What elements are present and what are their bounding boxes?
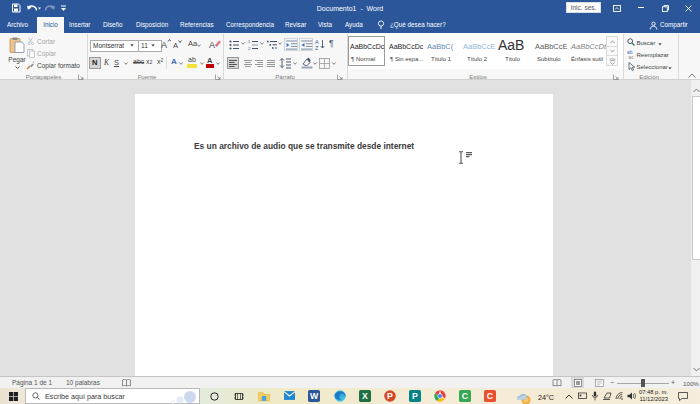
- svg-text:C: C: [487, 391, 494, 401]
- svg-text:P: P: [387, 391, 393, 401]
- svg-text:1: 1: [248, 40, 251, 44]
- svg-text:2: 2: [248, 46, 251, 50]
- svg-text:X: X: [362, 391, 368, 401]
- svg-text:A: A: [161, 40, 167, 49]
- svg-text:A: A: [209, 40, 215, 49]
- svg-text:C: C: [462, 391, 469, 401]
- svg-text:P: P: [412, 391, 418, 401]
- svg-text:A: A: [173, 41, 178, 49]
- svg-text:ac: ac: [629, 55, 635, 59]
- svg-text:Z: Z: [315, 45, 319, 50]
- svg-text:W: W: [310, 391, 319, 401]
